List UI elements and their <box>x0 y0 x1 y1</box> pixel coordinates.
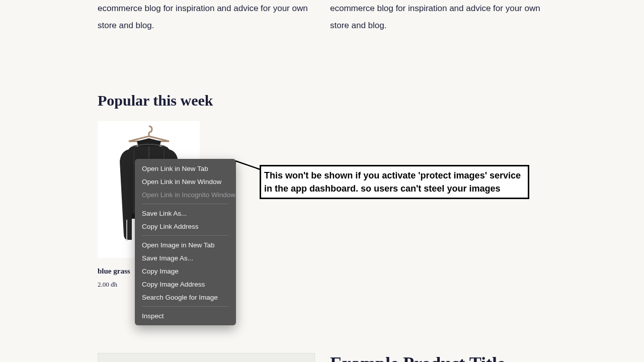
ctx-search-google-image[interactable]: Search Google for Image <box>135 291 236 304</box>
blog-blurb-left: ecommerce blog for inspiration and advic… <box>98 0 314 34</box>
ctx-inspect[interactable]: Inspect <box>135 309 236 322</box>
ctx-divider <box>142 204 229 204</box>
ctx-copy-link-address[interactable]: Copy Link Address <box>135 220 236 233</box>
blog-blurb-right: ecommerce blog for inspiration and advic… <box>330 0 546 34</box>
ctx-copy-image-address[interactable]: Copy Image Address <box>135 278 236 291</box>
ctx-open-image-new-tab[interactable]: Open Image in New Tab <box>135 238 236 251</box>
section-heading-popular: Popular this week <box>98 92 546 109</box>
callout-note: This won't be shown if you activate 'pro… <box>260 165 529 199</box>
ctx-open-link-incognito: Open Link in Incognito Window <box>135 188 236 201</box>
ctx-save-link-as[interactable]: Save Link As... <box>135 207 236 220</box>
ctx-divider <box>142 235 229 236</box>
ctx-open-link-new-tab[interactable]: Open Link in New Tab <box>135 162 236 175</box>
example-product-image[interactable] <box>98 353 315 362</box>
ctx-open-link-new-window[interactable]: Open Link in New Window <box>135 175 236 188</box>
context-menu: Open Link in New Tab Open Link in New Wi… <box>135 159 236 325</box>
ctx-divider <box>142 306 229 307</box>
ctx-copy-image[interactable]: Copy Image <box>135 264 236 278</box>
ctx-save-image-as[interactable]: Save Image As... <box>135 251 236 264</box>
example-product-title: Example Product Title <box>330 353 505 362</box>
